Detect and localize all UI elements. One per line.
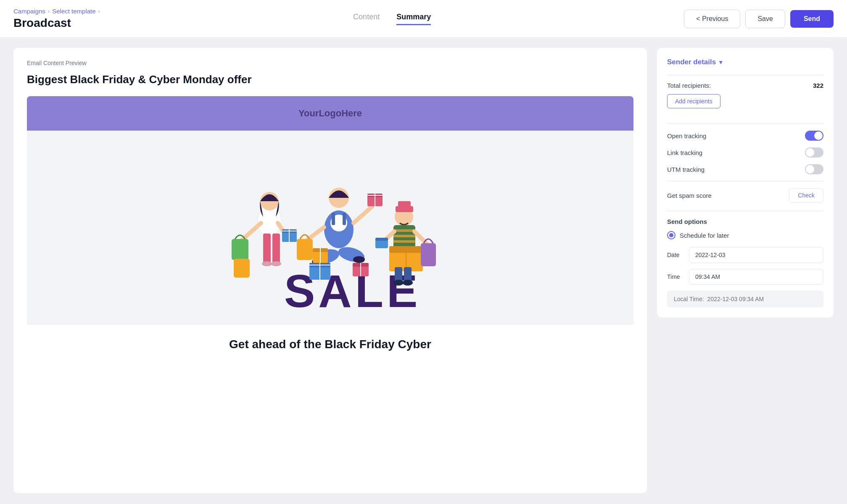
- local-time-label: Local Time:: [674, 296, 704, 302]
- utm-tracking-knob: [806, 165, 814, 173]
- sender-details-section: Sender details ▾ Total recipients: 322 A…: [657, 48, 834, 318]
- open-tracking-knob: [814, 131, 823, 140]
- link-tracking-label: Link tracking: [667, 149, 702, 156]
- email-content-box: YourLogoHere SALE: [27, 96, 633, 360]
- send-options-label: Send options: [667, 218, 823, 225]
- save-button[interactable]: Save: [745, 10, 785, 28]
- tab-content[interactable]: Content: [353, 13, 380, 25]
- recipient-row: Total recipients: 322: [667, 82, 823, 89]
- svg-rect-26: [297, 239, 313, 260]
- date-row: Date: [667, 247, 823, 263]
- link-tracking-knob: [806, 148, 814, 157]
- date-label: Date: [667, 252, 684, 258]
- svg-rect-10: [234, 259, 250, 278]
- spam-score-row: Get spam score Check: [667, 188, 823, 202]
- divider-1: [667, 75, 823, 75]
- utm-tracking-toggle[interactable]: [805, 164, 823, 174]
- breadcrumb-campaigns[interactable]: Campaigns: [13, 8, 45, 15]
- time-row: Time: [667, 269, 823, 285]
- add-recipients-button[interactable]: Add recipients: [667, 94, 720, 108]
- svg-rect-20: [343, 213, 346, 225]
- time-label: Time: [667, 273, 684, 280]
- chevron-down-icon: ▾: [719, 59, 722, 66]
- breadcrumb-select-template[interactable]: Select template: [52, 8, 95, 15]
- svg-rect-55: [421, 243, 436, 266]
- app-header: Campaigns › Select template › Broadcast …: [0, 0, 847, 38]
- email-headline: Get ahead of the Black Friday Cyber: [27, 324, 633, 360]
- svg-rect-58: [375, 238, 388, 241]
- sidebar-panel: Sender details ▾ Total recipients: 322 A…: [657, 48, 834, 493]
- svg-rect-9: [232, 239, 248, 260]
- sender-details-header[interactable]: Sender details ▾: [667, 58, 823, 66]
- open-tracking-row: Open tracking: [667, 131, 823, 141]
- svg-point-53: [403, 280, 413, 286]
- divider-3: [667, 181, 823, 181]
- check-spam-button[interactable]: Check: [789, 188, 823, 202]
- local-time-box: Local Time: 2022-12-03 09:34 AM: [667, 291, 823, 307]
- open-tracking-label: Open tracking: [667, 132, 706, 139]
- logo-bold: Here: [341, 108, 362, 118]
- schedule-later-option[interactable]: Schedule for later: [667, 231, 823, 239]
- email-subject: Biggest Black Friday & Cyber Monday offe…: [27, 73, 633, 86]
- divider-4: [667, 211, 823, 211]
- page-title: Broadcast: [13, 16, 100, 30]
- schedule-later-label: Schedule for later: [680, 232, 729, 239]
- email-preview-panel: Email Content Preview Biggest Black Frid…: [13, 48, 647, 493]
- svg-rect-50: [395, 267, 402, 282]
- utm-tracking-label: UTM tracking: [667, 166, 705, 173]
- logo-light: YourLogo: [298, 108, 341, 118]
- header-left: Campaigns › Select template › Broadcast: [13, 8, 100, 30]
- svg-rect-41: [398, 201, 411, 208]
- svg-point-52: [393, 280, 404, 286]
- time-input[interactable]: [689, 269, 823, 285]
- link-tracking-toggle[interactable]: [805, 147, 823, 158]
- svg-rect-51: [404, 267, 412, 282]
- open-tracking-toggle[interactable]: [805, 131, 823, 141]
- send-button[interactable]: Send: [790, 10, 834, 28]
- svg-point-6: [262, 261, 272, 266]
- header-actions: < Previous Save Send: [684, 10, 834, 28]
- preview-label: Email Content Preview: [27, 60, 633, 66]
- sale-illustration: SALE: [27, 131, 633, 324]
- local-time-value: 2022-12-03 09:34 AM: [707, 296, 764, 302]
- date-input[interactable]: [689, 247, 823, 263]
- link-tracking-row: Link tracking: [667, 147, 823, 158]
- schedule-later-radio[interactable]: [667, 231, 675, 239]
- svg-rect-4: [263, 234, 271, 263]
- spam-score-label: Get spam score: [667, 192, 712, 199]
- svg-rect-44: [393, 235, 415, 237]
- svg-rect-43: [393, 229, 415, 232]
- recipient-label: Total recipients:: [667, 82, 711, 89]
- utm-tracking-row: UTM tracking: [667, 164, 823, 174]
- svg-rect-45: [393, 240, 415, 243]
- svg-point-24: [353, 256, 365, 263]
- sale-svg: SALE: [208, 139, 452, 315]
- breadcrumb: Campaigns › Select template ›: [13, 8, 100, 15]
- tab-bar: Content Summary: [353, 13, 431, 25]
- breadcrumb-sep-2: ›: [98, 8, 100, 14]
- svg-point-7: [271, 261, 281, 266]
- divider-2: [667, 123, 823, 124]
- main-content: Email Content Preview Biggest Black Frid…: [0, 38, 847, 503]
- svg-rect-5: [272, 234, 280, 263]
- svg-rect-19: [332, 213, 335, 225]
- tab-summary[interactable]: Summary: [396, 13, 431, 25]
- previous-button[interactable]: < Previous: [684, 10, 740, 28]
- sender-details-label: Sender details: [667, 58, 716, 66]
- email-logo-text: YourLogoHere: [39, 108, 622, 119]
- email-logo-bar: YourLogoHere: [27, 96, 633, 131]
- recipient-count: 322: [813, 82, 823, 89]
- breadcrumb-sep-1: ›: [48, 8, 50, 14]
